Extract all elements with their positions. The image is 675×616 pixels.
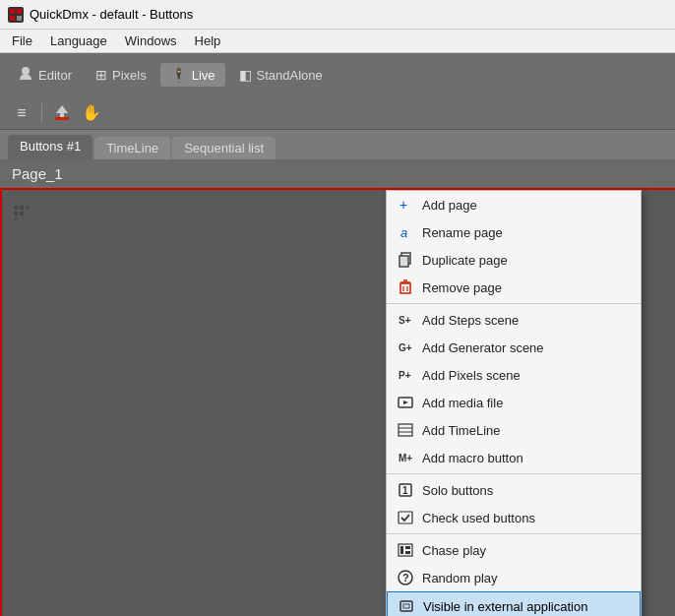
tab-live-label: Live	[192, 68, 215, 83]
ctx-add-page-icon: +	[397, 196, 414, 214]
svg-marker-26	[403, 400, 408, 404]
live-icon: 🕴	[170, 67, 187, 83]
tab-live[interactable]: 🕴 Live	[160, 63, 225, 87]
tab-editor-label: Editor	[38, 68, 72, 83]
ctx-solo-icon: 1	[397, 481, 414, 499]
svg-rect-8	[20, 206, 24, 210]
ctx-random-play[interactable]: ? Random play	[387, 564, 641, 591]
app-icon	[8, 7, 24, 23]
standalone-icon: ◧	[239, 67, 252, 83]
ctx-visible-label: Visible in external application	[423, 599, 587, 614]
ctx-check-used-label: Check used buttons	[422, 511, 535, 525]
canvas-area[interactable]: + Add page a Rename page Duplic	[0, 190, 675, 616]
ctx-add-timeline-label: Add TimeLine	[422, 423, 501, 438]
svg-text:S+: S+	[399, 315, 411, 326]
svg-rect-41	[403, 604, 409, 608]
ctx-timeline-icon	[397, 421, 414, 439]
ctx-add-generator[interactable]: G+ Add Generator scene	[387, 334, 641, 361]
toolbar: Editor ⊞ Pixels 🕴 Live ◧ StandAlone	[0, 53, 675, 96]
ctx-check-icon	[397, 509, 414, 526]
hand-btn[interactable]: ✋	[78, 100, 105, 126]
page-tab-buttons[interactable]: Buttons #1	[8, 135, 92, 159]
context-menu: + Add page a Rename page Duplic	[386, 190, 642, 616]
ctx-sep-3	[387, 533, 641, 534]
ctx-add-steps[interactable]: S+ Add Steps scene	[387, 306, 641, 334]
tab-standalone[interactable]: ◧ StandAlone	[229, 63, 333, 87]
svg-rect-11	[26, 206, 30, 210]
ctx-random-icon: ?	[397, 569, 414, 586]
page-tab-timeline[interactable]: TimeLine	[94, 137, 170, 159]
ctx-remove-icon	[397, 278, 414, 296]
ctx-steps-icon: S+	[397, 311, 414, 329]
svg-rect-0	[10, 9, 15, 14]
svg-text:?: ?	[402, 572, 409, 584]
divider-1	[41, 103, 42, 123]
svg-text:M+: M+	[399, 453, 412, 463]
page-tab-sequential[interactable]: Sequential list	[172, 137, 276, 159]
ctx-chase-play[interactable]: Chase play	[387, 536, 641, 564]
sub-toolbar: ≡ ✋	[0, 96, 675, 130]
upload-btn[interactable]	[48, 100, 76, 126]
ctx-rename-page-label: Rename page	[422, 225, 503, 240]
ctx-sep-2	[387, 473, 641, 474]
ctx-remove-page-label: Remove page	[422, 280, 502, 295]
ctx-check-used[interactable]: Check used buttons	[387, 504, 641, 531]
main-area: Page_1 + Add page	[0, 159, 675, 616]
ctx-chase-label: Chase play	[422, 543, 486, 558]
svg-point-4	[22, 67, 30, 75]
page-header: Page_1	[0, 159, 675, 190]
svg-rect-33	[399, 512, 412, 524]
menu-windows[interactable]: Windows	[117, 31, 185, 50]
svg-rect-35	[400, 546, 403, 554]
svg-text:a: a	[400, 225, 407, 240]
ctx-pixels-icon: P+	[397, 366, 414, 384]
svg-rect-16	[399, 256, 408, 267]
tab-editor[interactable]: Editor	[8, 62, 82, 89]
svg-rect-3	[17, 16, 22, 21]
ctx-add-pixels-label: Add Pixels scene	[422, 368, 521, 383]
ctx-add-macro[interactable]: M+ Add macro button	[387, 444, 641, 471]
svg-rect-9	[14, 212, 18, 216]
svg-rect-27	[399, 424, 412, 436]
menu-file[interactable]: File	[4, 31, 40, 50]
ctx-rename-page-icon: a	[397, 223, 414, 241]
title-bar-text: QuickDmx - default - Buttons	[30, 7, 193, 22]
ctx-solo-buttons[interactable]: 1 Solo buttons	[387, 476, 641, 504]
svg-rect-1	[17, 9, 22, 14]
tab-pixels-label: Pixels	[112, 68, 147, 83]
tab-pixels[interactable]: ⊞ Pixels	[86, 63, 156, 87]
svg-rect-37	[405, 551, 410, 554]
ctx-add-generator-label: Add Generator scene	[422, 340, 544, 355]
ctx-remove-page[interactable]: Remove page	[387, 274, 641, 301]
svg-rect-40	[400, 601, 412, 611]
ctx-solo-label: Solo buttons	[422, 483, 493, 498]
tab-standalone-label: StandAlone	[257, 68, 323, 83]
svg-rect-5	[55, 117, 69, 120]
ctx-add-timeline[interactable]: Add TimeLine	[387, 416, 641, 444]
page-name: Page_1	[12, 165, 63, 182]
title-bar: QuickDmx - default - Buttons	[0, 0, 675, 30]
ctx-duplicate-page-label: Duplicate page	[422, 253, 508, 268]
ctx-add-pixels[interactable]: P+ Add Pixels scene	[387, 361, 641, 389]
svg-rect-17	[400, 283, 410, 293]
svg-marker-6	[56, 105, 68, 117]
svg-text:P+: P+	[399, 370, 411, 381]
ctx-visible-icon	[398, 597, 415, 615]
editor-icon	[18, 66, 33, 85]
svg-rect-36	[405, 546, 410, 549]
ctx-visible-external[interactable]: Visible in external application	[387, 591, 641, 616]
ctx-add-media[interactable]: Add media file	[387, 389, 641, 416]
ctx-sep-1	[387, 303, 641, 304]
ctx-rename-page[interactable]: a Rename page	[387, 218, 641, 246]
svg-rect-7	[14, 206, 18, 210]
ctx-duplicate-page[interactable]: Duplicate page	[387, 246, 641, 274]
ctx-chase-icon	[397, 541, 414, 559]
menu-help[interactable]: Help	[187, 31, 229, 50]
ctx-add-steps-label: Add Steps scene	[422, 313, 519, 328]
menu-btn[interactable]: ≡	[8, 100, 35, 126]
menu-language[interactable]: Language	[42, 31, 115, 50]
ctx-generator-icon: G+	[397, 339, 414, 356]
ctx-add-page[interactable]: + Add page	[387, 191, 641, 218]
pixels-icon: ⊞	[95, 67, 107, 83]
ctx-duplicate-icon	[397, 251, 414, 269]
